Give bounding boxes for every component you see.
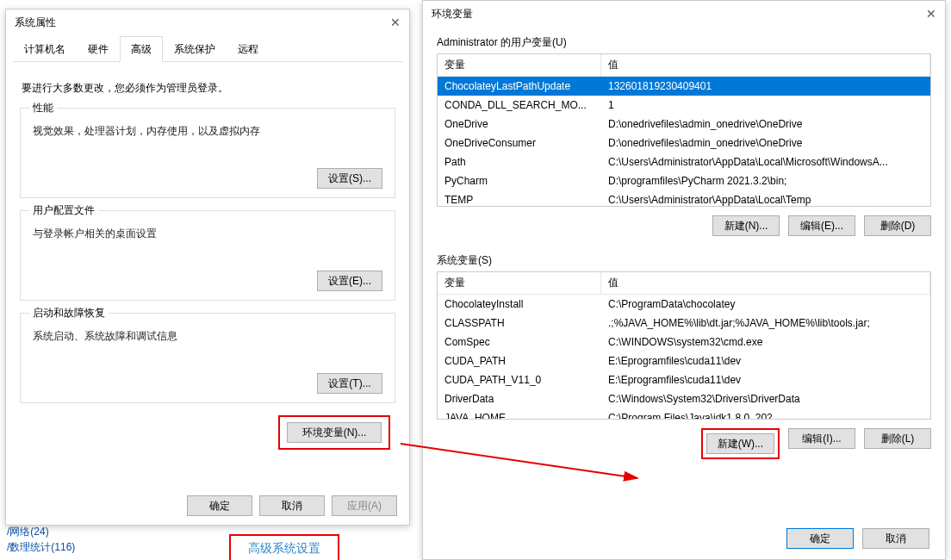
sysprop-cancel-button[interactable]: 取消 [259, 495, 325, 516]
bg-link-stats[interactable]: /数理统计(116) [7, 540, 75, 555]
var-name: DriverData [438, 391, 601, 407]
sys-new-button[interactable]: 新建(W)... [706, 433, 774, 454]
var-value: C:\WINDOWS\system32\cmd.exe [601, 334, 930, 350]
var-value: E:\Eprogramfiles\cuda11\dev [601, 372, 930, 388]
sys-new-highlight: 新建(W)... [701, 428, 780, 459]
tab-advanced[interactable]: 高级 [120, 36, 163, 62]
performance-desc: 视觉效果，处理器计划，内存使用，以及虚拟内存 [33, 124, 382, 139]
user-profile-legend: 用户配置文件 [29, 203, 98, 218]
performance-settings-button[interactable]: 设置(S)... [317, 168, 382, 189]
var-name: CLASSPATH [438, 315, 601, 331]
env-title: 环境变量 [432, 7, 473, 22]
user-delete-button[interactable]: 删除(D) [864, 215, 931, 236]
var-name: OneDrive [438, 116, 601, 132]
advanced-system-settings-link[interactable]: 高级系统设置 [229, 534, 339, 560]
sysprop-ok-button[interactable]: 确定 [187, 495, 252, 516]
env-cancel-button[interactable]: 取消 [862, 528, 929, 549]
user-vars-list[interactable]: 变量 值 ChocolateyLastPathUpdate13260181923… [437, 53, 931, 207]
user-edit-button[interactable]: 编辑(E)... [788, 215, 855, 236]
sys-vars-list[interactable]: 变量 值 ChocolateyInstallC:\ProgramData\cho… [437, 271, 931, 420]
env-titlebar: 环境变量 ✕ [423, 1, 945, 27]
var-value: C:\Program Files\Java\jdk1.8.0_202 [601, 410, 930, 419]
startup-desc: 系统启动、系统故障和调试信息 [33, 329, 382, 344]
var-value: C:\Windows\System32\Drivers\DriverData [601, 391, 930, 407]
var-value: 132601819230409401 [601, 78, 930, 94]
user-profile-settings-button[interactable]: 设置(E)... [317, 271, 382, 291]
var-name: CUDA_PATH_V11_0 [438, 372, 601, 388]
var-name: TEMP [438, 192, 601, 206]
sys-vars-header: 变量 值 [438, 272, 930, 295]
system-properties-window: 系统属性 ✕ 计算机名 硬件 高级 系统保护 远程 要进行大多数更改，您必须作为… [5, 9, 410, 526]
col-var[interactable]: 变量 [438, 54, 601, 76]
table-row[interactable]: ChocolateyLastPathUpdate1326018192304094… [438, 77, 930, 96]
var-value: C:\Users\Administrator\AppData\Local\Tem… [601, 192, 930, 206]
close-icon[interactable]: ✕ [926, 7, 936, 21]
startup-settings-button[interactable]: 设置(T)... [317, 373, 382, 394]
environment-variables-button[interactable]: 环境变量(N)... [287, 422, 382, 443]
var-value: E:\Eprogramfiles\cuda11\dev [601, 353, 930, 369]
var-name: JAVA_HOME [438, 410, 601, 419]
var-name: CUDA_PATH [438, 353, 601, 369]
bg-link-network[interactable]: /网络(24) [7, 525, 49, 539]
var-value: D:\onedrivefiles\admin_onedrive\OneDrive [601, 135, 930, 151]
sys-delete-button[interactable]: 删除(L) [864, 428, 931, 449]
table-row[interactable]: PathC:\Users\Administrator\AppData\Local… [438, 152, 930, 171]
col-val[interactable]: 值 [601, 272, 930, 294]
close-icon[interactable]: ✕ [390, 16, 401, 29]
var-name: OneDriveConsumer [438, 135, 601, 151]
var-value: C:\Users\Administrator\AppData\Local\Mic… [601, 154, 930, 170]
table-row[interactable]: ChocolateyInstallC:\ProgramData\chocolat… [438, 295, 930, 314]
table-row[interactable]: TEMPC:\Users\Administrator\AppData\Local… [438, 190, 930, 206]
sysprop-titlebar: 系统属性 ✕ [6, 9, 409, 35]
performance-legend: 性能 [29, 101, 57, 115]
col-val[interactable]: 值 [601, 54, 930, 76]
var-value: C:\ProgramData\chocolatey [601, 296, 930, 312]
table-row[interactable]: OneDriveConsumerD:\onedrivefiles\admin_o… [438, 134, 930, 152]
var-name: PyCharm [438, 173, 601, 189]
tab-remote[interactable]: 远程 [227, 36, 270, 62]
table-row[interactable]: CONDA_DLL_SEARCH_MO...1 [438, 96, 930, 115]
sys-vars-label: 系统变量(S) [437, 253, 931, 268]
table-row[interactable]: CLASSPATH.;%JAVA_HOME%\lib\dt.jar;%JAVA_… [438, 314, 930, 333]
var-value: D:\onedrivefiles\admin_onedrive\OneDrive [601, 116, 930, 132]
var-value: D:\programfiles\PyCharm 2021.3.2\bin; [601, 173, 930, 189]
table-row[interactable]: DriverDataC:\Windows\System32\Drivers\Dr… [438, 389, 930, 408]
table-row[interactable]: CUDA_PATH_V11_0E:\Eprogramfiles\cuda11\d… [438, 370, 930, 389]
performance-group: 性能 视觉效果，处理器计划，内存使用，以及虚拟内存 设置(S)... [20, 108, 395, 198]
user-new-button[interactable]: 新建(N)... [712, 215, 780, 236]
sysprop-apply-button[interactable]: 应用(A) [332, 495, 397, 516]
admin-note: 要进行大多数更改，您必须作为管理员登录。 [22, 81, 394, 96]
startup-legend: 启动和故障恢复 [29, 306, 109, 320]
tab-computer-name[interactable]: 计算机名 [13, 36, 77, 62]
table-row[interactable]: PyCharmD:\programfiles\PyCharm 2021.3.2\… [438, 171, 930, 190]
table-row[interactable]: OneDriveD:\onedrivefiles\admin_onedrive\… [438, 115, 930, 134]
col-var[interactable]: 变量 [438, 272, 601, 294]
table-row[interactable]: JAVA_HOMEC:\Program Files\Java\jdk1.8.0_… [438, 408, 930, 419]
env-button-highlight: 环境变量(N)... [278, 415, 390, 450]
user-vars-label: Administrator 的用户变量(U) [437, 35, 931, 50]
env-ok-button[interactable]: 确定 [786, 528, 854, 549]
user-vars-header: 变量 值 [438, 54, 930, 77]
var-value: .;%JAVA_HOME%\lib\dt.jar;%JAVA_HOME%\lib… [601, 315, 930, 331]
var-name: ComSpec [438, 334, 601, 350]
environment-variables-window: 环境变量 ✕ Administrator 的用户变量(U) 变量 值 Choco… [422, 0, 946, 560]
var-name: ChocolateyLastPathUpdate [438, 78, 601, 94]
tab-hardware[interactable]: 硬件 [77, 36, 120, 62]
sysprop-title: 系统属性 [15, 16, 56, 30]
user-profile-group: 用户配置文件 与登录帐户相关的桌面设置 设置(E)... [20, 210, 395, 301]
sys-edit-button[interactable]: 编辑(I)... [788, 428, 855, 449]
tab-system-protection[interactable]: 系统保护 [163, 36, 227, 62]
startup-group: 启动和故障恢复 系统启动、系统故障和调试信息 设置(T)... [20, 313, 395, 403]
var-value: 1 [601, 97, 930, 113]
sysprop-tabs: 计算机名 硬件 高级 系统保护 远程 [13, 35, 402, 62]
var-name: CONDA_DLL_SEARCH_MO... [438, 97, 601, 113]
table-row[interactable]: ComSpecC:\WINDOWS\system32\cmd.exe [438, 333, 930, 352]
var-name: ChocolateyInstall [438, 296, 601, 312]
var-name: Path [438, 154, 601, 170]
user-profile-desc: 与登录帐户相关的桌面设置 [33, 227, 382, 241]
table-row[interactable]: CUDA_PATHE:\Eprogramfiles\cuda11\dev [438, 352, 930, 370]
